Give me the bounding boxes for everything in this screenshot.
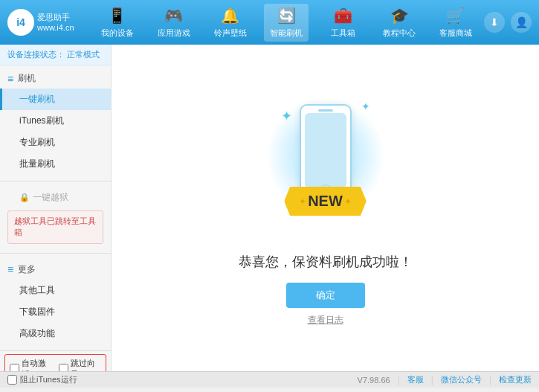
nav-tools[interactable]: 🧰 工具箱 [320,4,365,42]
sidebar-divider-1 [0,181,111,181]
auto-activate-row: 自动激活 跳过向导 [4,354,106,371]
nav-tools-icon: 🧰 [334,7,352,25]
wechat-link[interactable]: 微信公众号 [441,374,482,385]
nav-apps-icon: 🎮 [164,7,183,25]
status-label: 设备连接状态： [7,50,65,59]
sidebar-item-download-firmware[interactable]: 下载固件 [0,301,111,323]
auto-activate-label: 自动激活 [22,358,53,371]
sidebar-item-advanced[interactable]: 高级功能 [0,323,111,344]
ribbon-new-text: NEW [308,193,343,210]
flash-group-label: 刷机 [18,72,36,85]
top-bar: i4 爱思助手 www.i4.cn 📱 我的设备 🎮 应用游戏 🔔 铃声壁纸 🔄… [0,0,539,45]
view-log-link[interactable]: 查看日志 [308,314,343,327]
status-value: 正常模式 [67,50,100,59]
auto-activate-item: 自动激活 [10,358,53,371]
flash-group-header: ≡ 刷机 [0,68,111,89]
logo-area: i4 爱思助手 www.i4.cn [7,9,89,36]
itunes-checkbox[interactable] [7,375,17,385]
jailbreak-label: 一键越狱 [33,191,68,204]
more-group-icon: ≡ [7,263,13,275]
sidebar-item-pro-flash[interactable]: 专业刷机 [0,132,111,153]
success-message: 恭喜您，保资料刷机成功啦！ [239,253,413,271]
check-update-link[interactable]: 检查更新 [499,374,532,385]
auto-activate-checkbox[interactable] [10,364,19,371]
nav-tutorial-label: 教程中心 [383,28,416,39]
manual-activate-label: 跳过向导 [71,358,102,371]
sidebar: 设备连接状态： 正常模式 ≡ 刷机 一键刷机 iTunes刷机 专业刷机 批量刷… [0,45,112,371]
phone-screen [305,113,346,188]
star-top-right-icon: ✦ [361,100,370,112]
main-layout: 设备连接状态： 正常模式 ≡ 刷机 一键刷机 iTunes刷机 专业刷机 批量刷… [0,45,539,371]
more-section: ≡ 更多 其他工具 下载固件 高级功能 [0,257,111,347]
itunes-label: 阻止iTunes运行 [20,374,77,385]
lock-icon: 🔒 [19,193,30,202]
nav-tutorial[interactable]: 🎓 教程中心 [377,4,422,42]
version-text: V7.98.66 [358,376,390,385]
nav-shop-icon: 🛒 [446,7,465,25]
user-button[interactable]: 👤 [511,12,532,33]
nav-apps-label: 应用游戏 [158,28,190,39]
nav-device-label: 我的设备 [101,28,134,39]
phone-speaker [318,109,333,112]
nav-tutorial-icon: 🎓 [390,7,409,25]
jailbreak-section: 🔒 一键越狱 越狱工具已跳转至工具箱 [0,184,111,250]
sep2: | [431,375,433,385]
flash-group-icon: ≡ [7,73,13,85]
nav-smart-flash[interactable]: 🔄 智能刷机 [264,4,309,42]
manual-activate-item: 跳过向导 [59,358,102,371]
sidebar-item-batch-flash[interactable]: 批量刷机 [0,153,111,175]
ribbon-star-right: ✦ [344,196,352,207]
nav-bar: 📱 我的设备 🎮 应用游戏 🔔 铃声壁纸 🔄 智能刷机 🧰 工具箱 🎓 教程中心… [89,4,484,42]
sidebar-item-other-tools[interactable]: 其他工具 [0,280,111,301]
logo-icon: i4 [7,9,34,36]
nav-flash-icon: 🔄 [277,7,296,25]
logo-text: 爱思助手 www.i4.cn [37,12,74,33]
star-top-left-icon: ✦ [281,108,292,124]
sep3: | [489,375,491,385]
nav-ringtone-icon: 🔔 [221,7,239,25]
app-name: 爱思助手 [37,12,74,22]
nav-my-device[interactable]: 📱 我的设备 [95,4,140,42]
nav-ringtone-label: 铃声壁纸 [214,28,247,39]
bottom-section: 阻止iTunes运行 V7.98.66 | 客服 | 微信公众号 | 检查更新 [0,371,539,388]
nav-flash-label: 智能刷机 [270,28,303,39]
nav-tools-label: 工具箱 [331,28,355,39]
content-area: ✦ ✦ ✦ NEW ✦ 恭喜您，保资料刷机成功啦！ 确定 查看日志 [112,45,539,371]
ribbon-star-left: ✦ [299,196,306,207]
sidebar-item-itunes-flash[interactable]: iTunes刷机 [0,110,111,132]
more-group-header: ≡ 更多 [0,260,111,280]
confirm-button[interactable]: 确定 [286,283,365,308]
jailbreak-warning: 越狱工具已跳转至工具箱 [7,211,103,244]
nav-device-icon: 📱 [108,7,126,25]
manual-activate-checkbox[interactable] [59,364,68,371]
nav-apps-games[interactable]: 🎮 应用游戏 [152,4,196,42]
nav-shop[interactable]: 🛒 客服商城 [433,4,478,42]
download-button[interactable]: ⬇ [484,12,505,33]
app-website: www.i4.cn [37,22,74,33]
new-ribbon: ✦ NEW ✦ [284,187,367,216]
phone-illustration: ✦ ✦ ✦ NEW ✦ [259,89,393,238]
sidebar-divider-2 [0,253,111,254]
customer-service-link[interactable]: 客服 [407,374,424,385]
sep1: | [398,375,400,385]
sidebar-item-jailbreak: 🔒 一键越狱 [0,187,111,208]
top-right-buttons: ⬇ 👤 [484,12,532,33]
sidebar-divider-3 [0,350,111,351]
nav-ringtone[interactable]: 🔔 铃声壁纸 [208,4,253,42]
sidebar-status: 设备连接状态： 正常模式 [0,45,111,65]
flash-section: ≡ 刷机 一键刷机 iTunes刷机 专业刷机 批量刷机 [0,65,111,178]
itunes-check-item: 阻止iTunes运行 [7,374,77,385]
nav-shop-label: 客服商城 [439,28,472,39]
more-group-label: 更多 [18,263,36,276]
sidebar-item-one-key-flash[interactable]: 一键刷机 [0,89,111,110]
ribbon-shape: ✦ NEW ✦ [284,187,367,216]
itunes-bar: 阻止iTunes运行 V7.98.66 | 客服 | 微信公众号 | 检查更新 [0,371,539,388]
